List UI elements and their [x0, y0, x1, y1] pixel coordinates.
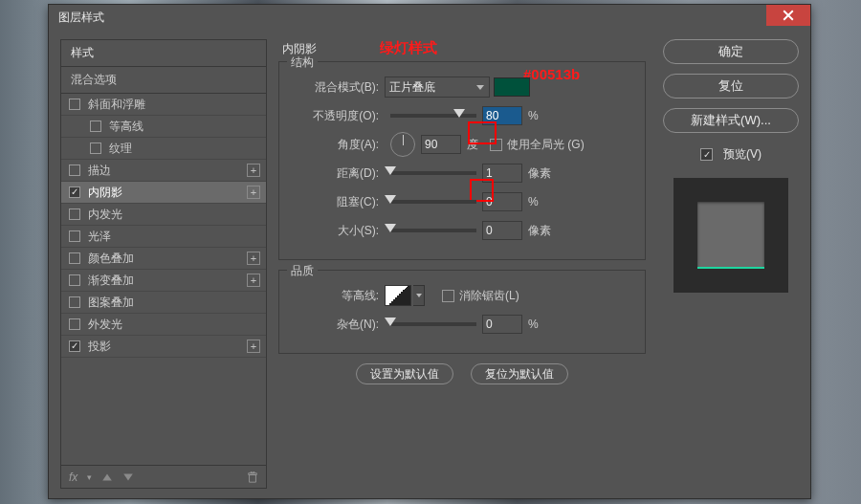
sidebar-item-label: 图案叠加	[88, 295, 134, 311]
titlebar[interactable]: 图层样式	[49, 5, 810, 30]
preview-checkbox[interactable]	[700, 148, 713, 161]
right-column: 确定 复位 新建样式(W)... 预览(V)	[657, 39, 799, 489]
layer-style-dialog: 图层样式 样式 混合选项 斜面和浮雕等高线纹理描边+内阴影+内发光光泽颜色叠加+…	[48, 4, 811, 499]
angle-unit: 度	[467, 137, 478, 153]
add-effect-button[interactable]: +	[247, 252, 260, 265]
sidebar-item-checkbox[interactable]	[69, 99, 80, 110]
sidebar-item-label: 颜色叠加	[88, 251, 134, 267]
opacity-label: 不透明度(O):	[289, 108, 385, 124]
sidebar-item-checkbox[interactable]	[69, 318, 80, 330]
size-slider[interactable]	[390, 229, 476, 232]
sidebar-item-1[interactable]: 等高线	[61, 116, 266, 138]
opacity-input[interactable]	[482, 106, 522, 125]
choke-label: 阻塞(C):	[289, 194, 385, 210]
sidebar-item-2[interactable]: 纹理	[61, 138, 266, 160]
choke-unit: %	[528, 195, 539, 208]
close-icon	[783, 10, 794, 21]
preview-label[interactable]: 预览(V)	[723, 146, 762, 163]
ok-button[interactable]: 确定	[663, 39, 799, 64]
choke-slider[interactable]	[390, 200, 476, 204]
contour-picker[interactable]	[413, 285, 425, 306]
reset-default-button[interactable]: 复位为默认值	[471, 363, 568, 384]
global-light-label[interactable]: 使用全局光 (G)	[507, 137, 585, 153]
add-effect-button[interactable]: +	[247, 274, 260, 287]
noise-label: 杂色(N):	[289, 317, 385, 333]
reset-button[interactable]: 复位	[663, 74, 799, 99]
sidebar-item-label: 描边	[88, 163, 111, 179]
new-style-button[interactable]: 新建样式(W)...	[663, 108, 799, 133]
distance-slider[interactable]	[390, 171, 476, 175]
sidebar-item-label: 内阴影	[88, 185, 122, 201]
sidebar-item-checkbox[interactable]	[90, 142, 101, 154]
sidebar-item-5[interactable]: 内发光	[61, 204, 266, 226]
sidebar-item-4[interactable]: 内阴影+	[61, 182, 266, 204]
sidebar-item-9[interactable]: 图案叠加	[61, 292, 266, 314]
sidebar-item-11[interactable]: 投影+	[61, 336, 266, 358]
size-label: 大小(S):	[289, 223, 385, 239]
fx-label[interactable]: fx	[69, 471, 77, 484]
sidebar-item-label: 投影	[88, 339, 111, 355]
sidebar-item-checkbox[interactable]	[69, 208, 80, 220]
sidebar-item-label: 斜面和浮雕	[88, 97, 145, 113]
sidebar-item-label: 纹理	[109, 141, 132, 157]
sidebar-item-checkbox[interactable]	[69, 230, 80, 242]
choke-input[interactable]	[482, 192, 522, 211]
sidebar-item-10[interactable]: 外发光	[61, 314, 266, 336]
opacity-slider[interactable]	[390, 114, 476, 118]
structure-legend: 结构	[287, 55, 318, 71]
sidebar-item-label: 等高线	[109, 119, 144, 135]
blend-mode-select[interactable]: 正片叠底	[385, 77, 490, 98]
angle-dial[interactable]	[390, 132, 415, 157]
sidebar-item-8[interactable]: 渐变叠加+	[61, 270, 266, 292]
global-light-checkbox[interactable]	[490, 139, 502, 151]
sidebar-item-checkbox[interactable]	[69, 340, 80, 352]
quality-legend: 品质	[287, 263, 318, 279]
styles-sidebar: 样式 混合选项 斜面和浮雕等高线纹理描边+内阴影+内发光光泽颜色叠加+渐变叠加+…	[60, 39, 267, 489]
sidebar-header: 样式	[61, 40, 266, 67]
size-input[interactable]	[482, 221, 522, 240]
distance-unit: 像素	[528, 165, 551, 182]
antialias-label[interactable]: 消除锯齿(L)	[459, 288, 519, 304]
sidebar-item-3[interactable]: 描边+	[61, 160, 266, 182]
make-default-button[interactable]: 设置为默认值	[356, 363, 453, 384]
close-button[interactable]	[766, 5, 810, 26]
angle-input[interactable]	[421, 135, 461, 154]
quality-fieldset: 品质 等高线: 消除锯齿(L) 杂色(N): %	[278, 270, 646, 354]
noise-input[interactable]	[482, 315, 522, 334]
color-swatch[interactable]	[494, 77, 530, 97]
add-effect-button[interactable]: +	[247, 164, 260, 177]
preview-inner	[697, 202, 764, 269]
structure-fieldset: 结构 混合模式(B): 正片叠底 不透明度(O):	[278, 61, 646, 260]
arrow-down-icon[interactable]	[122, 471, 134, 483]
sidebar-item-7[interactable]: 颜色叠加+	[61, 248, 266, 270]
sidebar-blend-options[interactable]: 混合选项	[61, 67, 266, 94]
sidebar-footer: fx ▾	[61, 465, 266, 488]
angle-label: 角度(A):	[289, 137, 385, 153]
sidebar-item-checkbox[interactable]	[69, 164, 80, 176]
panel-title: 内阴影	[282, 41, 646, 57]
blend-mode-label: 混合模式(B):	[289, 79, 385, 96]
trash-icon[interactable]	[247, 471, 258, 483]
noise-unit: %	[528, 318, 539, 331]
chevron-down-icon[interactable]: ▾	[87, 472, 92, 482]
sidebar-item-checkbox[interactable]	[69, 274, 80, 286]
sidebar-item-checkbox[interactable]	[69, 252, 80, 264]
antialias-checkbox[interactable]	[442, 290, 454, 302]
distance-input[interactable]	[482, 164, 522, 183]
sidebar-item-checkbox[interactable]	[69, 296, 80, 308]
annotation-style-name: 绿灯样式	[380, 39, 437, 57]
sidebar-item-checkbox[interactable]	[69, 186, 80, 198]
arrow-up-icon[interactable]	[101, 471, 113, 483]
contour-swatch[interactable]	[385, 285, 411, 306]
sidebar-item-label: 光泽	[88, 229, 111, 245]
sidebar-item-checkbox[interactable]	[90, 121, 101, 132]
distance-label: 距离(D):	[289, 165, 385, 182]
sidebar-item-0[interactable]: 斜面和浮雕	[61, 94, 266, 116]
opacity-unit: %	[528, 109, 539, 122]
sidebar-item-6[interactable]: 光泽	[61, 226, 266, 248]
sidebar-item-label: 外发光	[88, 317, 122, 333]
add-effect-button[interactable]: +	[247, 340, 260, 353]
add-effect-button[interactable]: +	[247, 186, 260, 199]
sidebar-item-label: 渐变叠加	[88, 273, 134, 289]
noise-slider[interactable]	[390, 322, 476, 326]
